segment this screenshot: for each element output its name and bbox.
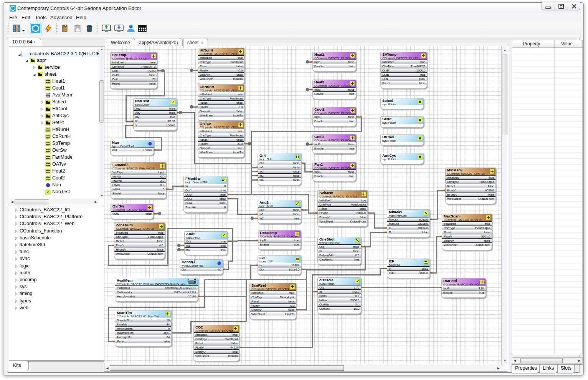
svg-text:<: < — [172, 100, 174, 104]
svg-text:<: < — [47, 190, 49, 194]
